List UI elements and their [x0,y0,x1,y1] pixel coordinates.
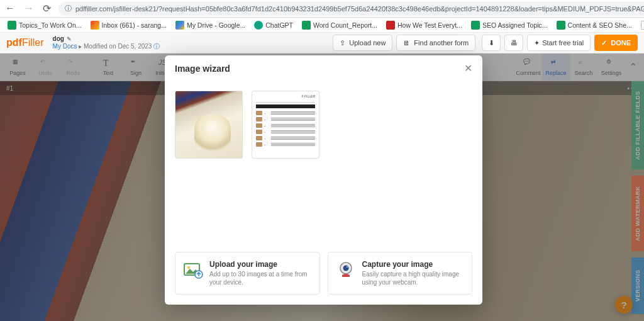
upload-image-icon [183,260,203,280]
gmail-icon [91,21,99,30]
modal-body: F FILLER -- -- -- -- -- -- [165,82,482,244]
capture-card-subtitle: Easily capture a high quality image usin… [362,270,465,286]
image-thumbnail[interactable]: F FILLER -- -- -- -- -- -- [252,91,319,159]
modal-title: Image wizard [175,64,230,74]
find-form-button[interactable]: 🗎Find another form [396,35,475,51]
bookmarks-bar: Topics_To Work On... Inbox (661) - saran… [0,18,644,33]
reload-button[interactable]: ⟳ [43,3,51,14]
bookmark-item[interactable]: How to write in plai... [638,20,644,31]
upload-new-button[interactable]: ⇪Upload new [333,35,392,51]
upload-card-subtitle: Add up to 30 images at a time from your … [209,270,312,286]
sheets-icon [8,21,16,30]
breadcrumb-link[interactable]: My Docs [53,43,77,50]
check-icon: ✓ [601,39,607,47]
upload-card-title: Upload your image [209,260,312,269]
forward-button[interactable]: → [24,3,34,14]
star-icon: ✦ [534,39,540,47]
modal-header: Image wizard ✕ [165,55,482,82]
capture-card-title: Capture your image [362,260,465,269]
pdffiller-logo[interactable]: pdfFiller [6,37,44,48]
chatgpt-icon [254,21,263,30]
svg-point-1 [187,266,190,269]
browser-chrome-bar: ← → ⟳ ⓘ pdffiller.com/jsfiller-desk21/?r… [0,0,644,18]
doc-icon [641,21,644,30]
address-bar[interactable]: ⓘ pdffiller.com/jsfiller-desk21/?request… [58,2,644,16]
download-icon: ⬇ [489,39,494,47]
bookmark-item[interactable]: Word Count_Report... [299,20,380,31]
start-free-trial-button[interactable]: ✦Start free trial [527,35,591,51]
sheets-icon [557,21,565,30]
sheets-icon [302,21,311,30]
bookmark-item[interactable]: Topics_To Work On... [5,20,84,31]
app-header: pdfFiller dog ✎ My Docs ▸ Modified on De… [0,33,644,54]
site-info-icon[interactable]: ⓘ [65,4,72,13]
url-text: pdffiller.com/jsfiller-desk21/?requestHa… [75,5,644,13]
done-button[interactable]: ✓DONE [594,35,638,51]
nav-arrows: ← → ⟳ [5,3,51,14]
capture-image-card[interactable]: Capture your image Easily capture a high… [328,252,473,295]
info-icon[interactable]: ⓘ [153,43,160,50]
upload-image-card[interactable]: Upload your image Add up to 30 images at… [175,252,320,295]
back-button[interactable]: ← [5,3,15,14]
document-info: dog ✎ My Docs ▸ Modified on Dec 5, 2023 … [53,35,160,50]
drive-icon [175,21,184,30]
svg-point-5 [346,266,348,268]
pcmag-icon [386,21,395,30]
bookmark-item[interactable]: Content & SEO She... [554,20,635,31]
svg-point-4 [343,266,348,271]
edit-title-icon[interactable]: ✎ [67,35,72,43]
image-wizard-modal: Image wizard ✕ F FILLER -- -- -- -- -- -… [165,55,482,305]
bookmark-item[interactable]: My Drive - Google... [173,20,248,31]
modal-footer: Upload your image Add up to 30 images at… [165,244,482,305]
document-title: dog [53,35,64,43]
close-button[interactable]: ✕ [464,62,472,74]
bookmark-item[interactable]: How We Test Everyt... [384,20,465,31]
download-button[interactable]: ⬇ [482,35,501,51]
bookmark-item[interactable]: ChatGPT [252,20,296,31]
modified-date: Modified on Dec 5, 2023 [84,43,152,50]
webcam-icon [336,260,356,280]
print-icon: 🖶 [511,39,518,47]
upload-icon: ⇪ [340,39,345,47]
print-button[interactable]: 🖶 [504,35,523,51]
sheets-icon [471,21,480,30]
document-icon: 🗎 [403,39,410,47]
image-thumbnail[interactable] [175,91,243,159]
bookmark-item[interactable]: SEO Assigned Topic... [469,20,550,31]
bookmark-item[interactable]: Inbox (661) - sarang... [88,20,169,31]
